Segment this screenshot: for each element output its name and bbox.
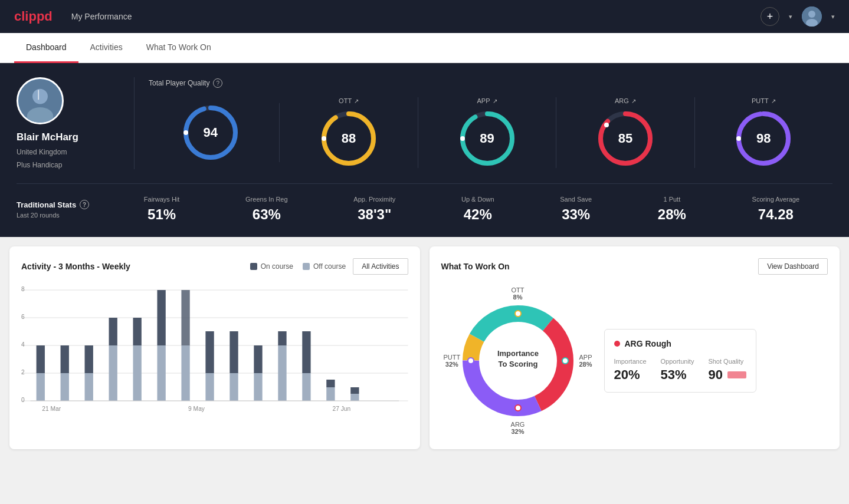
shot-quality-bar xyxy=(727,371,746,378)
svg-point-71 xyxy=(562,358,568,364)
quality-section: Total Player Quality ? 94 xyxy=(135,78,832,168)
svg-rect-50 xyxy=(254,373,262,401)
trad-sublabel: Last 20 rounds xyxy=(17,212,111,219)
gauge-circle-main: 94 xyxy=(181,103,240,162)
svg-text:4: 4 xyxy=(21,341,25,348)
tab-dashboard[interactable]: Dashboard xyxy=(14,33,78,63)
bar-chart-svg: 8 6 4 2 0 xyxy=(21,284,408,414)
chart-header: Activity - 3 Months - Weekly On course O… xyxy=(21,258,408,275)
trad-help-icon[interactable]: ? xyxy=(80,200,89,209)
svg-rect-46 xyxy=(205,373,214,401)
stats-banner: Blair McHarg United Kingdom Plus Handica… xyxy=(0,63,849,237)
bar-chart-area: 8 6 4 2 0 xyxy=(21,284,408,414)
svg-text:Importance: Importance xyxy=(497,349,538,358)
svg-rect-43 xyxy=(157,290,165,345)
info-dot xyxy=(614,341,620,347)
view-dashboard-button[interactable]: View Dashboard xyxy=(758,258,828,275)
donut-label-arg: ARG 32% xyxy=(511,421,525,435)
svg-rect-57 xyxy=(326,380,335,387)
svg-point-72 xyxy=(515,405,521,411)
gauge-label-ott: OTT ↗ xyxy=(339,97,359,104)
logo: clippd xyxy=(14,9,53,24)
gauge-value-ott: 88 xyxy=(342,131,356,146)
stat-greens-in-reg: Greens In Reg 63% xyxy=(245,196,288,223)
chart-legend: On course Off course xyxy=(250,262,346,271)
trad-stats-values: Fairways Hit 51% Greens In Reg 63% App. … xyxy=(111,196,832,223)
tab-activities[interactable]: Activities xyxy=(78,33,135,63)
svg-rect-55 xyxy=(302,331,310,373)
user-avatar[interactable] xyxy=(802,6,822,27)
avatar-image xyxy=(802,6,822,27)
svg-text:2: 2 xyxy=(21,369,25,375)
gauge-value-main: 94 xyxy=(203,125,217,140)
gauge-circle-putt: 98 xyxy=(734,109,793,168)
info-card-title: ARG Rough xyxy=(614,339,746,348)
svg-rect-36 xyxy=(85,373,93,401)
player-handicap: Plus Handicap xyxy=(17,161,62,169)
stat-up-down: Up & Down 42% xyxy=(461,196,494,223)
svg-rect-39 xyxy=(109,318,117,345)
donut-chart-area: Importance To Scoring OTT 8% APP xyxy=(441,284,595,437)
chart-title: Activity - 3 Months - Weekly xyxy=(21,262,130,271)
logo-area: clippd My Performance xyxy=(14,9,132,24)
svg-rect-58 xyxy=(350,394,359,401)
metric-shot-quality: Shot Quality 90 xyxy=(708,358,746,383)
work-header: What To Work On View Dashboard xyxy=(441,258,828,275)
gauge-circle-arg: 85 xyxy=(596,109,655,168)
avatar-chevron: ▾ xyxy=(831,13,835,21)
all-activities-button[interactable]: All Activities xyxy=(353,258,408,275)
tab-what-to-work-on[interactable]: What To Work On xyxy=(135,33,223,63)
player-country: United Kingdom xyxy=(17,148,67,156)
svg-rect-35 xyxy=(61,345,69,373)
svg-rect-45 xyxy=(181,290,189,345)
trad-stats-label: Traditional Stats ? Last 20 rounds xyxy=(17,200,111,219)
add-button[interactable]: + xyxy=(761,7,779,26)
svg-rect-34 xyxy=(61,373,69,401)
svg-rect-49 xyxy=(230,331,238,373)
plus-icon: + xyxy=(767,11,773,23)
gauge-circle-ott: 88 xyxy=(319,109,378,168)
svg-rect-33 xyxy=(37,345,45,373)
player-info: Blair McHarg United Kingdom Plus Handica… xyxy=(17,77,135,169)
gauge-app: APP ↗ 89 xyxy=(418,97,556,168)
quality-help-icon[interactable]: ? xyxy=(213,78,222,88)
donut-label-app: APP 28% xyxy=(579,354,592,368)
stat-app-proximity: App. Proximity 38'3" xyxy=(353,196,395,223)
header-actions: + ▾ ▾ xyxy=(761,6,835,27)
svg-text:9 May: 9 May xyxy=(188,406,205,412)
quality-title: Total Player Quality ? xyxy=(149,78,832,88)
traditional-stats: Traditional Stats ? Last 20 rounds Fairw… xyxy=(17,183,832,223)
header-title: My Performance xyxy=(71,12,132,21)
add-label: ▾ xyxy=(789,13,792,21)
svg-rect-32 xyxy=(37,373,45,401)
svg-text:8: 8 xyxy=(21,286,25,292)
svg-rect-41 xyxy=(133,318,141,345)
gauge-value-arg: 85 xyxy=(618,131,632,146)
work-content: Importance To Scoring OTT 8% APP xyxy=(441,284,828,437)
gauge-value-putt: 98 xyxy=(756,131,771,146)
legend-dot-on xyxy=(250,263,257,270)
svg-rect-54 xyxy=(302,373,310,401)
svg-rect-48 xyxy=(230,373,238,401)
svg-point-1 xyxy=(808,11,815,18)
svg-point-70 xyxy=(515,311,521,317)
svg-rect-38 xyxy=(109,345,117,401)
legend-on-course: On course xyxy=(250,262,293,271)
bottom-section: Activity - 3 Months - Weekly On course O… xyxy=(0,237,849,459)
svg-rect-53 xyxy=(278,331,286,345)
gauge-value-app: 89 xyxy=(480,131,494,146)
svg-point-5 xyxy=(27,107,53,124)
svg-point-4 xyxy=(32,89,48,104)
svg-point-73 xyxy=(468,358,474,364)
svg-rect-56 xyxy=(326,387,335,401)
what-to-work-on-card: What To Work On View Dashboard Importanc… xyxy=(430,246,840,449)
info-card: ARG Rough Importance 20% Opportunity 53%… xyxy=(604,329,756,393)
svg-text:21 Mar: 21 Mar xyxy=(42,406,61,412)
legend-dot-off xyxy=(303,263,310,270)
svg-rect-52 xyxy=(278,345,286,401)
svg-text:6: 6 xyxy=(21,314,25,320)
chart-controls: On course Off course All Activities xyxy=(250,258,408,275)
trad-label: Traditional Stats ? xyxy=(17,200,111,209)
svg-rect-51 xyxy=(254,345,262,373)
gauge-arg: ARG ↗ 85 xyxy=(556,97,694,168)
